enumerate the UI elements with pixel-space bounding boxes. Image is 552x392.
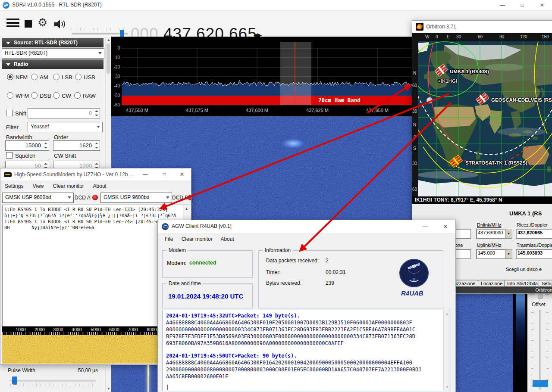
- stop-button[interactable]: [25, 20, 32, 28]
- mode-radio-lsb[interactable]: LSB: [53, 74, 72, 81]
- soundmodem-titlebar[interactable]: High-Speed SoundModem by UZ7HO - Ver 0.1…: [0, 168, 191, 181]
- db-tick: -20: [111, 65, 120, 69]
- order-input[interactable]: 1620: [53, 140, 100, 151]
- close-icon[interactable]: ✕: [443, 224, 448, 230]
- menu-file[interactable]: File: [165, 236, 173, 242]
- uplink-label: Uplink/MHz: [477, 243, 501, 248]
- db-tick: -10: [111, 55, 120, 60]
- scroll-up-icon[interactable]: ▲: [106, 38, 112, 42]
- orbitron-title: Orbitron 3.71: [426, 24, 456, 30]
- scroll-down-icon[interactable]: ▼: [106, 387, 112, 391]
- mode-radio-usb[interactable]: USB: [75, 74, 95, 81]
- menu-about[interactable]: About: [220, 236, 234, 242]
- bandwidth-input[interactable]: 15000: [5, 140, 49, 151]
- bandwidth-label: Bandwidth: [6, 134, 32, 140]
- menu-about[interactable]: About: [93, 183, 107, 189]
- transmit-doppler-value: 145,003093: [516, 249, 552, 259]
- text-cursor: |: [166, 384, 169, 390]
- db-tick: -40: [111, 84, 120, 88]
- pulse-width-value: 50,00 µs: [52, 367, 98, 373]
- squelch-checkbox[interactable]: Squelch: [6, 152, 35, 159]
- mode-radio-wfm[interactable]: WFM: [7, 92, 29, 99]
- menu-clear-monitor[interactable]: Clear monitor: [182, 236, 213, 242]
- driver-note: Scegli un disco e: [506, 267, 542, 272]
- minimize-icon[interactable]: —: [143, 171, 148, 177]
- offset-label: Offset: [532, 302, 546, 308]
- menu-clear-monitor[interactable]: Clear monitor: [53, 183, 84, 189]
- order-label: Order: [54, 134, 68, 140]
- scroll-up-icon[interactable]: ▲: [444, 312, 451, 316]
- gear-icon[interactable]: ⚙: [38, 16, 47, 29]
- uplink-input[interactable]: 145.000: [476, 249, 507, 259]
- mode-radio-dsb[interactable]: DSB: [31, 92, 51, 99]
- monitor-line: ò)|±}ʼQ¯€?3L|?ˆq6?Â i?|ē²''?¢ñÂ¾F§|¾ê ¿|…: [4, 213, 179, 218]
- offset-ticks: [546, 312, 549, 388]
- modem-status: connected: [189, 260, 216, 266]
- shift-checkbox[interactable]: Shift: [6, 110, 26, 117]
- r4uab-logo-text: R4UAB: [401, 289, 423, 297]
- spinner-arrows-icon[interactable]: [93, 141, 100, 150]
- map-latitude-scale: N 60 30 N 0 S 30 60 S: [412, 41, 418, 196]
- downlink-input[interactable]: 437,630000: [476, 229, 507, 239]
- spinner-arrows-icon[interactable]: [93, 109, 100, 118]
- sdrsharp-title: SDR# v1.0.0.1555 - RTL-SDR (R820T): [12, 2, 102, 8]
- shift-input[interactable]: 0: [28, 108, 100, 118]
- mode-radio-raw[interactable]: RAW: [74, 92, 96, 99]
- close-icon[interactable]: ✕: [180, 171, 184, 177]
- db-tick: -30: [111, 74, 120, 79]
- speaker-icon[interactable]: [53, 19, 66, 30]
- packet-hex: AA65C8EB00002600E01E: [166, 373, 229, 380]
- offset-slider-thumb[interactable]: [533, 380, 548, 387]
- filter-select[interactable]: Youssef: [28, 122, 103, 132]
- orbitron-statusbar: IK1HGI TONY: 8,7917° E, 45,3958° N: [412, 196, 552, 204]
- scroll-down-icon[interactable]: ▼: [444, 385, 451, 389]
- minimize-icon[interactable]: —: [423, 224, 428, 230]
- tab-locazione[interactable]: Locazione: [478, 280, 505, 287]
- agw-app-icon: [162, 223, 169, 230]
- mode-radio-am[interactable]: AM: [31, 74, 48, 81]
- terminal-scrollbar[interactable]: ▲ ▼: [443, 310, 451, 391]
- packet-hex: 000000000000000000000000334C873FB071363F…: [166, 327, 415, 333]
- minimize-icon[interactable]: —: [492, 0, 512, 10]
- menu-settings[interactable]: Settings: [5, 183, 23, 189]
- datetime-group: Date and time 19.01.2024 19:48:20 UTC: [162, 283, 253, 308]
- menu-hamburger-icon[interactable]: [6, 17, 19, 29]
- collapse-icon: [6, 42, 10, 44]
- freq-tick: 437,600 M: [240, 108, 274, 113]
- source-select[interactable]: RTL-SDR (R820T): [2, 48, 104, 59]
- scroll-up-icon[interactable]: ▲: [183, 207, 190, 211]
- spinner-arrows-icon[interactable]: [42, 141, 49, 150]
- downlink-dropdown-icon[interactable]: ▼: [505, 229, 512, 239]
- maximize-icon[interactable]: □: [512, 0, 532, 10]
- modem-label: Modem:: [167, 260, 186, 266]
- tab-setup[interactable]: Setup: [539, 280, 552, 287]
- radio-section-header[interactable]: Radio: [2, 59, 104, 69]
- offset-slider[interactable]: [539, 310, 541, 389]
- source-section-header[interactable]: Source: RTL-SDR (R820T): [2, 38, 104, 47]
- mode-radio-cw[interactable]: CW: [53, 92, 71, 99]
- db-tick: -60: [111, 103, 120, 107]
- monitor-line: 1:Fm RS40S-1 To R3DDF <I R R0 S0 Pid=F0 …: [4, 207, 179, 212]
- world-map[interactable]: UMKA 1 (RS40S) GEOSCAN-EDELVEIS (RS20 ST…: [418, 41, 552, 196]
- packet-header: 2024-01-19T19:45:50UTC>Packet: 90 byte(s…: [166, 353, 297, 359]
- modem-a-select[interactable]: GMSK USP 9600bd: [2, 193, 74, 203]
- uplink-dropdown-icon[interactable]: ▼: [505, 249, 512, 259]
- mode-radio-nfm[interactable]: NFM: [7, 74, 28, 81]
- close-icon[interactable]: ✕: [532, 0, 552, 10]
- datetime-value: 19.01.2024 19:48:20 UTC: [168, 292, 243, 300]
- modem-b-select[interactable]: GMSK USP 9600bd: [100, 193, 172, 203]
- orbitron-titlebar[interactable]: Orbitron 3.71: [412, 21, 552, 33]
- tuning-selection-band[interactable]: [280, 42, 311, 105]
- maximize-icon[interactable]: □: [163, 171, 166, 177]
- orbitron-app-icon: [416, 23, 423, 31]
- moon-icon: [427, 97, 433, 103]
- agw-packet-terminal[interactable]: 2024-01-19T19:45:32UTC>Packet: 149 byte(…: [162, 310, 451, 391]
- scrollbar-thumb[interactable]: [107, 44, 110, 74]
- dcd-b-led: [188, 195, 191, 200]
- packet-hex: BF978E7F3FDFE1E53D8569A03F830000803F0000…: [166, 333, 415, 339]
- pulse-width-slider[interactable]: [9, 380, 96, 382]
- tab-info-sta-orbita[interactable]: Info Sta/Orbita: [504, 280, 541, 287]
- agw-titlebar[interactable]: AGW Client R4UAB [v0.1] — ✕: [158, 220, 455, 233]
- band-plan-label: 70cm Ham Band: [318, 97, 361, 103]
- menu-view[interactable]: View: [33, 183, 44, 189]
